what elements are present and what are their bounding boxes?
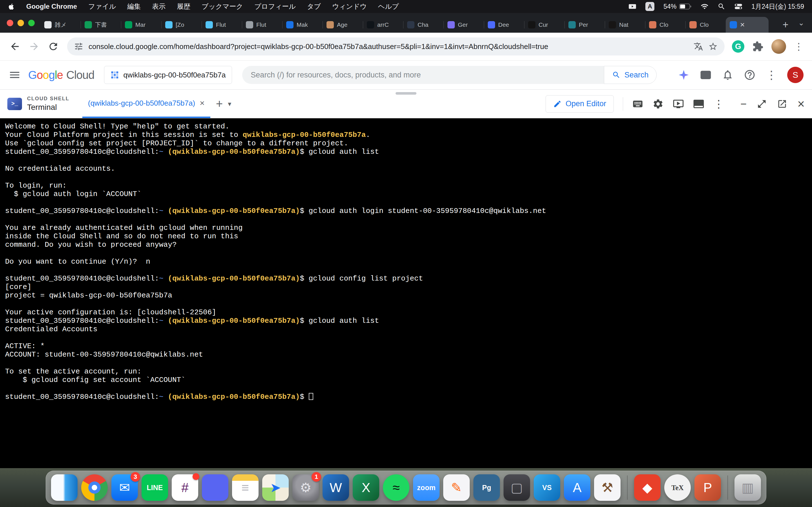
menubar-item-0[interactable]: ファイル — [88, 2, 116, 11]
shell-session-tab[interactable]: (qwiklabs-gcp-00-b50f0ea75b7a) × — [82, 90, 210, 118]
browser-tab[interactable]: Nat — [605, 17, 645, 33]
close-panel-button[interactable]: × — [797, 98, 805, 110]
tab-close-icon[interactable]: × — [740, 21, 745, 29]
browser-tab[interactable]: Cur — [524, 17, 564, 33]
hamburger-menu-icon[interactable] — [8, 69, 21, 81]
help-icon[interactable] — [744, 69, 756, 81]
browser-tab[interactable]: Clo — [645, 17, 686, 33]
dock-item-notes[interactable]: ≡ — [232, 474, 259, 501]
menubar-item-7[interactable]: ウィンドウ — [332, 2, 367, 11]
dock-item-finder[interactable] — [51, 474, 78, 501]
shell-tab-close-icon[interactable]: × — [200, 99, 205, 107]
panel-drag-handle[interactable] — [396, 92, 416, 95]
account-avatar[interactable]: S — [787, 67, 804, 83]
chrome-menu-icon[interactable]: ⋮ — [794, 42, 804, 51]
search-input[interactable] — [242, 66, 604, 84]
dock-item-excel[interactable]: X — [353, 474, 379, 501]
forward-button[interactable] — [26, 38, 43, 55]
browser-tab[interactable]: Mar — [121, 17, 161, 33]
battery-indicator[interactable]: 54% — [663, 3, 692, 10]
dock-item-discord[interactable] — [202, 474, 229, 501]
search-button[interactable]: Search — [604, 66, 657, 84]
dock-item-red-reader[interactable]: ◆ — [634, 474, 661, 501]
minimize-window-button[interactable] — [17, 20, 24, 26]
new-tab-button[interactable]: + — [777, 17, 794, 33]
profile-avatar[interactable] — [771, 39, 786, 54]
keyboard-shortcuts-icon[interactable] — [632, 98, 644, 110]
reload-button[interactable] — [45, 38, 62, 55]
control-center-icon[interactable] — [734, 3, 742, 10]
dock-item-tex[interactable]: TeX — [664, 474, 691, 501]
add-shell-tab-button[interactable]: + — [216, 98, 223, 110]
browser-tab-active[interactable]: × — [726, 17, 769, 33]
browser-tab[interactable]: Age — [322, 17, 363, 33]
more-options-icon[interactable]: ⋮ — [766, 69, 777, 80]
browser-tab[interactable]: Mak — [282, 17, 322, 33]
web-preview-icon[interactable] — [673, 98, 684, 110]
bookmark-star-icon[interactable] — [708, 42, 718, 51]
menubar-item-1[interactable]: 編集 — [127, 2, 141, 11]
cloud-shell-activate-icon[interactable] — [700, 69, 712, 81]
dock-item-spotify[interactable]: ≈ — [383, 474, 409, 501]
screen-mirroring-icon[interactable] — [628, 3, 637, 10]
apple-menu-icon[interactable] — [8, 3, 15, 10]
browser-tab[interactable]: [Zo — [161, 17, 202, 33]
extensions-icon[interactable] — [752, 41, 763, 52]
translate-icon[interactable] — [694, 42, 703, 51]
dock-item-word[interactable]: W — [322, 474, 349, 501]
notifications-icon[interactable] — [722, 69, 733, 81]
dock-item-trash[interactable]: ▥ — [734, 474, 761, 501]
dock-item-settings[interactable]: ⚙1 — [292, 474, 319, 501]
minimize-panel-button[interactable]: − — [741, 99, 747, 109]
expand-panel-button[interactable] — [757, 99, 767, 109]
site-info-icon[interactable] — [74, 42, 84, 51]
browser-tab[interactable]: Ger — [444, 17, 484, 33]
dock-item-zoom[interactable]: zoom — [413, 474, 440, 501]
menubar-item-8[interactable]: ヘルプ — [378, 2, 399, 11]
dock-item-hammer[interactable]: ⚒ — [594, 474, 620, 501]
browser-tab[interactable]: Clo — [686, 17, 726, 33]
zoom-window-button[interactable] — [28, 20, 35, 26]
gemini-icon[interactable] — [678, 69, 690, 81]
wifi-icon[interactable] — [701, 3, 709, 10]
dock-item-chrome[interactable] — [81, 474, 108, 501]
browser-tab[interactable]: 雑メ — [40, 17, 81, 33]
menubar-item-2[interactable]: 表示 — [152, 2, 165, 11]
omnibox[interactable]: console.cloud.google.com/home/dashboard?… — [67, 38, 725, 55]
browser-tab[interactable]: Flut — [242, 17, 282, 33]
close-window-button[interactable] — [7, 20, 13, 26]
project-selector[interactable]: qwiklabs-gcp-00-b50f0ea75b7a — [104, 66, 232, 84]
panel-position-icon[interactable] — [693, 98, 704, 110]
shell-tab-dropdown-icon[interactable]: ▾ — [228, 100, 231, 108]
menubar-clock[interactable]: 1月24日(金) 15:59 — [751, 2, 804, 11]
shell-more-icon[interactable]: ⋮ — [713, 99, 724, 109]
dock-item-app-store[interactable]: A — [564, 474, 591, 501]
spotlight-icon[interactable] — [718, 3, 725, 10]
menubar-item-4[interactable]: ブックマーク — [202, 2, 243, 11]
open-in-new-window-button[interactable] — [777, 99, 787, 109]
menubar-item-3[interactable]: 履歴 — [177, 2, 190, 11]
dock-item-postgres[interactable]: Pg — [473, 474, 500, 501]
browser-tab[interactable]: Dee — [484, 17, 524, 33]
dock-item-slack[interactable]: # — [172, 474, 198, 501]
dock-item-line[interactable]: LINE — [142, 474, 168, 501]
open-editor-button[interactable]: Open Editor — [546, 95, 614, 113]
terminal-settings-icon[interactable] — [652, 98, 664, 110]
browser-tab[interactable]: Cha — [403, 17, 444, 33]
input-source-indicator[interactable]: A — [645, 2, 654, 11]
dock-item-mail[interactable]: ✉3 — [111, 474, 138, 501]
dock-item-powerpoint[interactable]: P — [695, 474, 721, 501]
browser-tab[interactable]: Per — [564, 17, 605, 33]
menubar-item-5[interactable]: プロフィール — [254, 2, 296, 11]
menubar-item-6[interactable]: タブ — [307, 2, 321, 11]
browser-tab[interactable]: Flut — [202, 17, 242, 33]
browser-tab[interactable]: arrC — [363, 17, 403, 33]
dock-item-jar[interactable]: ▢ — [504, 474, 530, 501]
google-cloud-logo[interactable]: Google Cloud — [28, 69, 94, 81]
dock-item-vscode[interactable]: VS — [534, 474, 560, 501]
back-button[interactable] — [6, 38, 24, 55]
menubar-app-name[interactable]: Google Chrome — [26, 3, 77, 10]
dock-item-maps[interactable]: ➤ — [262, 474, 289, 501]
grammarly-icon[interactable]: G — [732, 40, 744, 53]
terminal-output[interactable]: Welcome to Cloud Shell! Type "help" to g… — [0, 118, 812, 468]
